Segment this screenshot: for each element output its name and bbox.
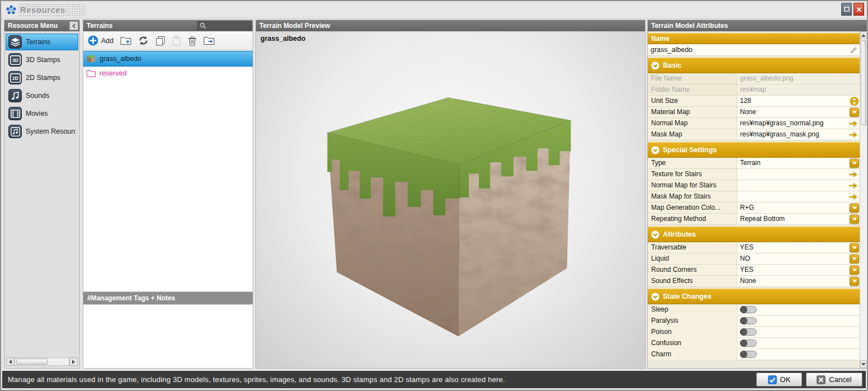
- attr-value[interactable]: res¥map¥grass_mask.png: [737, 129, 860, 140]
- chevron-left-icon: [72, 23, 77, 29]
- section-header-special-settings[interactable]: Special Settings: [648, 142, 860, 158]
- attr-value-text: res¥map¥grass_normal.png: [737, 118, 860, 129]
- attr-value[interactable]: None: [737, 107, 860, 117]
- terrain-name-field[interactable]: grass_albedo: [648, 44, 860, 56]
- texture-for-stairs-picker-arrow-icon[interactable]: [848, 171, 858, 178]
- chevron-down-icon: [852, 268, 857, 271]
- search-input[interactable]: [197, 21, 252, 30]
- copy-button[interactable]: [155, 36, 165, 46]
- maximize-button[interactable]: [841, 3, 852, 16]
- repeating-method-dropdown[interactable]: [850, 214, 859, 224]
- sidebar-item-2d-stamps[interactable]: 2D 2D Stamps: [6, 69, 78, 86]
- refresh-button[interactable]: [138, 35, 149, 46]
- attr-value[interactable]: [737, 349, 860, 360]
- map-generation-colo-dropdown[interactable]: [850, 203, 859, 213]
- attr-value[interactable]: None: [737, 276, 860, 286]
- normal-map-for-stairs-picker-arrow-icon[interactable]: [848, 182, 858, 189]
- toggle-knob: [740, 340, 747, 347]
- attr-label: Sleep: [648, 304, 737, 315]
- resource-menu-header: Resource Menu: [4, 20, 79, 31]
- attr-value[interactable]: Terrain: [737, 158, 860, 168]
- liquid-dropdown[interactable]: [850, 254, 859, 263]
- attributes-header: Terrain Model Attributes: [648, 20, 867, 31]
- unit-size-spinner[interactable]: [850, 96, 859, 106]
- movies-icon: [8, 107, 22, 120]
- attr-value[interactable]: [737, 180, 860, 191]
- round-corners-dropdown[interactable]: [850, 265, 859, 275]
- attributes-scrollbar-thumb[interactable]: [861, 40, 866, 125]
- attr-value[interactable]: [737, 169, 860, 180]
- delete-button[interactable]: [188, 36, 197, 46]
- section-title: State Changes: [663, 293, 712, 300]
- scrollbar-thumb[interactable]: [16, 359, 48, 365]
- attr-row-repeating-method: Repeating Method Repeat Bottom: [648, 214, 860, 225]
- sidebar-item-terrains[interactable]: Terrains: [6, 34, 78, 50]
- export-folder-icon: [203, 36, 215, 45]
- attr-value-text: YES: [737, 265, 860, 275]
- attr-value[interactable]: R+G: [737, 202, 860, 213]
- attr-value[interactable]: YES: [737, 242, 860, 253]
- attr-value[interactable]: res¥map¥grass_normal.png: [737, 118, 860, 129]
- ok-check-icon: [768, 375, 777, 384]
- folder-pink-icon: [86, 69, 96, 78]
- ok-button[interactable]: OK: [756, 373, 802, 387]
- sidebar-item-label: System Resources: [26, 128, 75, 135]
- charm-toggle[interactable]: [740, 351, 757, 358]
- attr-label: Traversable: [648, 242, 737, 253]
- attr-value[interactable]: [737, 191, 860, 202]
- scrollbar-track[interactable]: [15, 357, 69, 366]
- traversable-dropdown[interactable]: [850, 243, 859, 252]
- add-terrain-button[interactable]: Add: [88, 35, 113, 46]
- mask-map-picker-arrow-icon[interactable]: [848, 131, 858, 138]
- sidebar-item-system-resources[interactable]: System Resources: [6, 123, 78, 140]
- attr-row-mask-map: Mask Map res¥map¥grass_mask.png: [648, 129, 860, 140]
- attr-value[interactable]: [737, 327, 860, 338]
- section-header-basic[interactable]: Basic: [648, 58, 860, 73]
- scroll-left-button[interactable]: [6, 357, 15, 366]
- mask-map-for-stairs-picker-arrow-icon[interactable]: [848, 193, 858, 200]
- attr-label: Sound Effects: [648, 276, 737, 286]
- section-header-state-changes[interactable]: State Changes: [648, 289, 860, 304]
- attr-row-liquid: Liquid NO: [648, 253, 860, 265]
- paste-button[interactable]: [172, 36, 181, 46]
- material-map-dropdown[interactable]: [850, 107, 859, 117]
- terrains-toolbar: Add: [83, 31, 253, 50]
- attr-value[interactable]: [737, 304, 860, 315]
- attr-row-unit-size: Unit Size 128: [648, 96, 860, 107]
- attr-label: Repeating Method: [648, 214, 737, 224]
- attr-label: Normal Map: [648, 118, 737, 129]
- confusion-toggle[interactable]: [740, 340, 757, 347]
- sidebar-item-sounds[interactable]: Sounds: [6, 87, 78, 104]
- management-tags-notes-area[interactable]: [83, 304, 253, 368]
- scroll-up-button[interactable]: [860, 31, 867, 39]
- sound-effects-dropdown[interactable]: [850, 276, 859, 286]
- attr-value[interactable]: 128: [737, 96, 860, 106]
- attr-label: File Name: [648, 73, 737, 84]
- sidebar-item-movies[interactable]: Movies: [6, 105, 78, 122]
- sidebar-item-3d-stamps[interactable]: 3D 3D Stamps: [6, 51, 78, 68]
- attr-value[interactable]: Repeat Bottom: [737, 214, 860, 224]
- sidebar-item-label: 3D Stamps: [26, 56, 60, 64]
- poison-toggle[interactable]: [740, 328, 757, 336]
- attr-value[interactable]: [737, 315, 860, 327]
- attr-value-text: None: [737, 276, 860, 286]
- type-dropdown[interactable]: [850, 158, 859, 168]
- scroll-down-button[interactable]: [860, 360, 867, 368]
- attr-row-folder-name: Folder Name res¥map: [648, 84, 860, 96]
- preview-viewport[interactable]: grass_albedo: [256, 31, 645, 368]
- attr-value[interactable]: YES: [737, 265, 860, 275]
- section-header-attributes[interactable]: Attributes: [648, 227, 860, 242]
- terrain-item-reserved[interactable]: reserved: [83, 66, 253, 81]
- attr-value[interactable]: NO: [737, 253, 860, 264]
- export-button[interactable]: [203, 36, 215, 45]
- collapse-sidebar-button[interactable]: [69, 21, 78, 30]
- paralysis-toggle[interactable]: [740, 317, 757, 324]
- normal-map-picker-arrow-icon[interactable]: [848, 120, 858, 127]
- sleep-toggle[interactable]: [740, 306, 757, 313]
- terrain-item-grass-albedo[interactable]: grass_albedo: [83, 51, 253, 66]
- cancel-button[interactable]: Cancel: [806, 373, 862, 387]
- new-folder-button[interactable]: [120, 36, 131, 45]
- close-button[interactable]: [853, 3, 864, 16]
- attr-value[interactable]: [737, 338, 860, 349]
- scroll-right-button[interactable]: [69, 357, 78, 366]
